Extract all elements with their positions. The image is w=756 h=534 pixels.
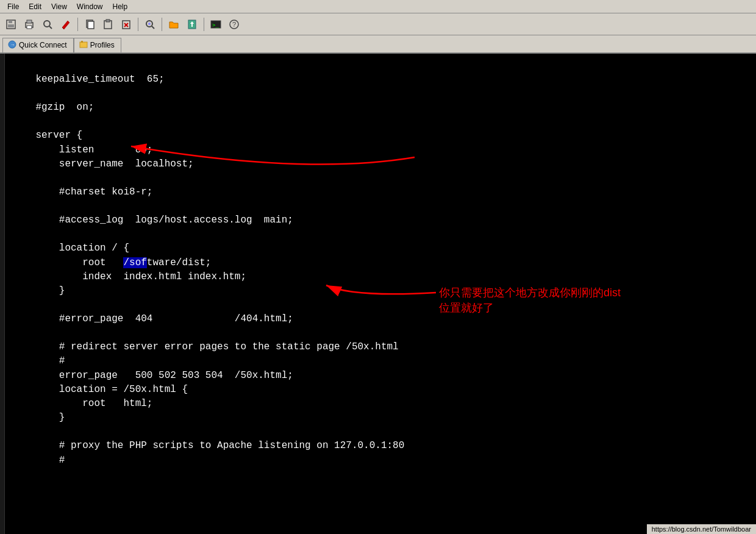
code-line <box>0 425 756 439</box>
svg-rect-27 <box>80 42 87 48</box>
code-line: #access_log logs/host.access.log main; <box>0 213 756 227</box>
profiles-icon <box>79 40 88 51</box>
upload-button[interactable] <box>184 16 201 32</box>
svg-text:>_: >_ <box>212 22 219 28</box>
save-button[interactable] <box>2 16 20 32</box>
svg-rect-4 <box>27 20 32 23</box>
code-line: root /software/dist; <box>0 256 756 270</box>
code-line: location / { <box>0 241 756 255</box>
paste-button[interactable] <box>99 16 116 32</box>
tab-quick-connect[interactable]: → Quick Connect <box>2 38 74 52</box>
code-line <box>0 171 756 185</box>
help-button[interactable]: ? <box>226 16 243 32</box>
code-line: } <box>0 411 756 425</box>
code-line <box>0 298 756 312</box>
annotation-text: 你只需要把这个地方改成你刚刚的dist 位置就好了 <box>439 285 621 316</box>
code-line <box>0 227 756 241</box>
print-button[interactable] <box>21 16 38 32</box>
code-line <box>0 326 756 340</box>
code-line <box>0 59 756 73</box>
separator-3 <box>162 18 162 31</box>
resize-handle[interactable] <box>0 54 5 534</box>
code-line: # <box>0 354 756 368</box>
menu-view[interactable]: View <box>46 1 72 12</box>
svg-line-7 <box>49 26 52 29</box>
svg-rect-5 <box>27 26 32 29</box>
edit-button[interactable] <box>57 16 74 32</box>
menu-file[interactable]: File <box>2 1 24 12</box>
statusbar: https://blog.csdn.net/Tomwildboar <box>647 524 756 534</box>
folder-button[interactable] <box>165 16 182 32</box>
svg-rect-2 <box>8 24 14 27</box>
svg-line-17 <box>152 26 154 29</box>
code-line: #charset koi8-r; <box>0 185 756 199</box>
search-button[interactable] <box>141 16 159 32</box>
svg-rect-20 <box>191 24 193 27</box>
code-line <box>0 87 756 101</box>
code-line: server_name localhost; <box>0 157 756 171</box>
quick-connect-icon: → <box>8 40 16 51</box>
tab-quick-connect-label: Quick Connect <box>19 41 67 49</box>
code-area: keepalive_timeout 65; #gzip on; server {… <box>0 54 756 534</box>
code-line <box>0 115 756 129</box>
code-line: #gzip on; <box>0 101 756 115</box>
tabbar: → Quick Connect Profiles <box>0 35 756 54</box>
code-line: root html; <box>0 397 756 411</box>
svg-point-18 <box>148 23 151 25</box>
code-line: location = /50x.html { <box>0 383 756 397</box>
svg-rect-10 <box>88 21 94 29</box>
separator-4 <box>204 18 204 31</box>
code-line: # <box>0 454 756 468</box>
svg-rect-1 <box>9 20 12 23</box>
terminal-button[interactable]: >_ <box>207 16 224 32</box>
copy-button[interactable] <box>81 16 98 32</box>
code-line: server { <box>0 129 756 143</box>
separator-1 <box>77 18 78 31</box>
tab-profiles[interactable]: Profiles <box>74 38 121 52</box>
url-text: https://blog.csdn.net/Tomwildboar <box>652 525 751 533</box>
code-highlight: /sof <box>123 257 146 268</box>
find-button[interactable] <box>39 16 56 32</box>
toolbar: >_ ? <box>0 13 756 35</box>
code-line: listen 80; <box>0 143 756 157</box>
svg-rect-12 <box>106 20 110 22</box>
tab-profiles-label: Profiles <box>90 41 115 49</box>
menu-window[interactable]: Window <box>72 1 108 12</box>
svg-text:?: ? <box>232 21 236 28</box>
svg-rect-28 <box>81 41 83 43</box>
svg-text:→: → <box>10 42 15 48</box>
code-line: keepalive_timeout 65; <box>0 73 756 87</box>
menu-edit[interactable]: Edit <box>24 1 46 12</box>
code-line: # redirect server error pages to the sta… <box>0 340 756 354</box>
delete-button[interactable] <box>118 16 135 32</box>
code-line: index index.html index.htm; <box>0 270 756 284</box>
code-line: } <box>0 284 756 298</box>
menubar: File Edit View Window Help <box>0 0 756 13</box>
code-line: # proxy the PHP scripts to Apache listen… <box>0 439 756 453</box>
svg-point-6 <box>44 21 50 27</box>
code-line: error_page 500 502 503 504 /50x.html; <box>0 369 756 383</box>
separator-2 <box>138 18 138 31</box>
code-line <box>0 199 756 213</box>
code-line: #error_page 404 /404.html; <box>0 312 756 326</box>
menu-help[interactable]: Help <box>108 1 133 12</box>
code-lines: keepalive_timeout 65; #gzip on; server {… <box>0 59 756 468</box>
